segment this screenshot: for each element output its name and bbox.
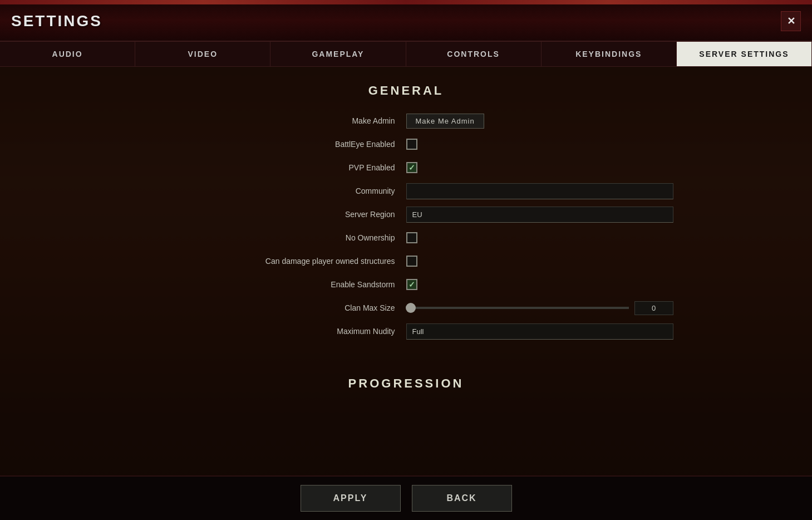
enable-sandstorm-row: Enable Sandstorm: [139, 273, 673, 296]
tab-keybindings[interactable]: KEYBINDINGS: [542, 42, 677, 66]
community-row: Community: [139, 179, 673, 203]
settings-content: GENERAL Make Admin Make Me Admin BattlEy…: [0, 67, 812, 487]
pvp-control: [406, 162, 673, 173]
close-button[interactable]: ✕: [781, 11, 801, 31]
maximum-nudity-control: [406, 323, 673, 340]
apply-button[interactable]: APPLY: [301, 485, 401, 512]
no-ownership-control: [406, 232, 673, 243]
no-ownership-checkbox-wrapper: [406, 232, 673, 243]
back-button[interactable]: BACK: [412, 485, 512, 512]
slider-thumb[interactable]: [406, 303, 416, 313]
make-admin-row: Make Admin Make Me Admin: [139, 109, 673, 133]
clan-max-size-value: 0: [634, 301, 673, 315]
make-admin-label: Make Admin: [139, 116, 406, 125]
server-region-input[interactable]: [406, 207, 673, 223]
progression-section-heading: PROGRESSION: [0, 360, 812, 402]
general-settings-area: Make Admin Make Me Admin BattlEye Enable…: [128, 109, 685, 343]
battleye-row: BattlEye Enabled: [139, 133, 673, 156]
clan-max-size-slider[interactable]: [406, 307, 629, 309]
no-ownership-row: No Ownership: [139, 226, 673, 249]
tabs-bar: AUDIO VIDEO GAMEPLAY CONTROLS KEYBINDING…: [0, 42, 812, 67]
can-damage-checkbox[interactable]: [406, 256, 417, 267]
battleye-checkbox-wrapper: [406, 139, 673, 150]
enable-sandstorm-checkbox-wrapper: [406, 279, 673, 290]
community-input[interactable]: [406, 183, 673, 199]
make-me-admin-button[interactable]: Make Me Admin: [406, 114, 484, 129]
clan-max-size-row: Clan Max Size 0: [139, 296, 673, 320]
battleye-control: [406, 139, 673, 150]
general-section-heading: GENERAL: [0, 67, 812, 109]
community-label: Community: [139, 187, 406, 195]
clan-max-size-label: Clan Max Size: [139, 303, 406, 312]
enable-sandstorm-label: Enable Sandstorm: [139, 280, 406, 289]
tab-video[interactable]: VIDEO: [135, 42, 270, 66]
tab-controls[interactable]: CONTROLS: [406, 42, 542, 66]
battleye-label: BattlEye Enabled: [139, 140, 406, 149]
server-region-label: Server Region: [139, 210, 406, 219]
maximum-nudity-input[interactable]: [406, 323, 673, 340]
battleye-checkbox[interactable]: [406, 139, 417, 150]
maximum-nudity-label: Maximum Nudity: [139, 327, 406, 336]
pvp-label: PVP Enabled: [139, 163, 406, 172]
clan-max-size-slider-row: 0: [406, 301, 673, 315]
can-damage-control: [406, 256, 673, 267]
can-damage-checkbox-wrapper: [406, 256, 673, 267]
can-damage-row: Can damage player owned structures: [139, 249, 673, 273]
enable-sandstorm-control: [406, 279, 673, 290]
server-region-row: Server Region: [139, 203, 673, 226]
enable-sandstorm-checkbox[interactable]: [406, 279, 417, 290]
dialog-title: SETTINGS: [11, 12, 102, 30]
make-admin-control: Make Me Admin: [406, 114, 673, 129]
pvp-checkbox[interactable]: [406, 162, 417, 173]
can-damage-label: Can damage player owned structures: [139, 257, 406, 266]
server-region-control: [406, 207, 673, 223]
tab-audio[interactable]: AUDIO: [0, 42, 135, 66]
clan-max-size-control: 0: [406, 301, 673, 315]
settings-dialog: SETTINGS ✕ AUDIO VIDEO GAMEPLAY CONTROLS…: [0, 0, 812, 487]
pvp-checkbox-wrapper: [406, 162, 673, 173]
community-control: [406, 183, 673, 199]
tab-server-settings[interactable]: SERVER SETTINGS: [677, 42, 812, 66]
maximum-nudity-row: Maximum Nudity: [139, 320, 673, 343]
progression-content-placeholder: [0, 402, 812, 447]
no-ownership-label: No Ownership: [139, 233, 406, 242]
pvp-row: PVP Enabled: [139, 156, 673, 179]
footer: APPLY BACK: [0, 475, 812, 520]
no-ownership-checkbox[interactable]: [406, 232, 417, 243]
tab-gameplay[interactable]: GAMEPLAY: [270, 42, 406, 66]
dialog-header: SETTINGS ✕: [0, 0, 812, 42]
